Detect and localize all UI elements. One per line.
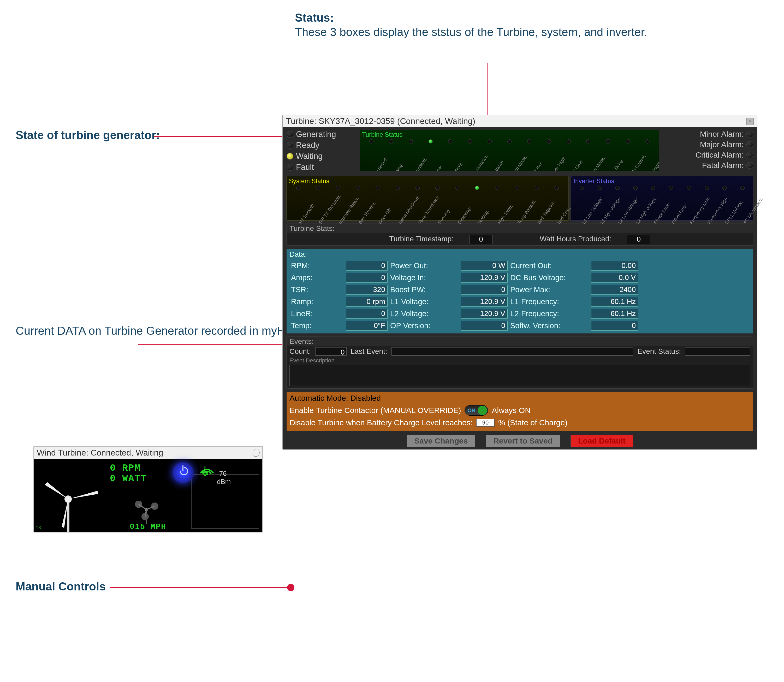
status-led	[626, 139, 630, 143]
toggle-knob	[477, 406, 487, 415]
auto-title-state: Disabled	[350, 394, 381, 402]
data-value: 120.9 V	[461, 296, 508, 307]
status-led	[741, 186, 745, 190]
data-label: OP Version:	[390, 322, 458, 330]
auto-title-label: Automatic Mode:	[289, 394, 348, 402]
status-led	[475, 186, 479, 190]
data-value: 120.9 V	[461, 272, 508, 282]
save-button[interactable]: Save Changes	[407, 435, 475, 447]
led-ready	[287, 142, 293, 149]
data-value: 0	[346, 261, 388, 271]
annot-status-title: Status:	[295, 11, 334, 24]
turbine-icon	[37, 469, 102, 532]
status-led	[369, 139, 374, 143]
status-led	[296, 186, 300, 190]
led-alarm-fatal	[746, 162, 753, 169]
data-label: Boost PW:	[390, 285, 458, 294]
data-label: TSR:	[291, 285, 343, 294]
turbine-status-panel: Turbine Status Low Speed:Braking:Overspe…	[360, 130, 659, 171]
gear-icon[interactable]	[252, 449, 260, 457]
status-led	[396, 186, 400, 190]
data-panel: Data: RPM:0Power Out:0 WCurrent Out:0.00…	[287, 249, 753, 333]
events-title: Events:	[287, 337, 753, 346]
status-led	[580, 186, 584, 190]
status-led	[527, 139, 532, 143]
timestamp-value: 0	[469, 235, 493, 244]
alarm-major-label: Major Alarm:	[700, 140, 744, 149]
power-icon[interactable]	[172, 462, 193, 483]
status-led	[487, 139, 492, 143]
status-led	[651, 186, 655, 190]
data-value: 0	[346, 272, 388, 282]
events-status-value	[685, 347, 750, 355]
mini-corner: 18	[36, 525, 41, 531]
status-led	[409, 139, 413, 143]
watthours-value: 0	[627, 235, 650, 244]
data-value: 0	[591, 321, 638, 331]
led-alarm-critical	[746, 151, 753, 158]
led-alarm-minor	[746, 131, 753, 137]
data-title: Data:	[287, 249, 753, 260]
data-label: Power Out:	[390, 261, 458, 270]
status-led	[598, 186, 602, 190]
status-led	[567, 139, 571, 143]
data-label: RPM:	[291, 261, 343, 270]
status-led	[547, 139, 551, 143]
toggle-on-label: ON	[468, 408, 475, 414]
watthours-label: Watt Hours Produced:	[540, 235, 611, 244]
events-panel: Events: Count: 0 Last Event: Event Statu…	[287, 336, 753, 389]
data-value: 0.0 V	[591, 272, 638, 282]
data-label: L1-Voltage:	[390, 298, 458, 306]
data-value: 120.9 V	[461, 309, 508, 319]
data-value: 2400	[591, 285, 638, 295]
revert-button[interactable]: Revert to Saved	[486, 435, 560, 447]
led-generating	[287, 131, 293, 138]
alarm-minor-label: Minor Alarm:	[700, 130, 744, 139]
status-led	[555, 186, 559, 190]
status-led	[515, 186, 519, 190]
data-value: 0 W	[461, 261, 508, 271]
state-column: Generating Ready Waiting Fault	[287, 130, 357, 174]
state-fault: Fault	[296, 163, 314, 172]
data-label: Ramp:	[291, 298, 343, 306]
data-value: 0 rpm	[346, 296, 388, 307]
contactor-toggle[interactable]: ON	[465, 405, 488, 416]
led-waiting	[287, 153, 293, 160]
events-status-label: Event Status:	[637, 347, 681, 355]
led-alarm-major	[746, 141, 753, 148]
status-led	[356, 186, 360, 190]
turbine-status-title: Turbine Status	[360, 130, 659, 139]
timestamp-label: Turbine Timestamp:	[390, 235, 453, 244]
auto-enable-label: Enable Turbine Contactor (MANUAL OVERRID…	[289, 406, 461, 415]
status-led	[336, 186, 340, 190]
data-label: L1-Frequency:	[510, 298, 589, 306]
events-desc-label: Event Description	[287, 357, 753, 365]
data-label: Current Out:	[510, 261, 589, 270]
load-default-button[interactable]: Load Default	[570, 435, 633, 447]
anemometer-icon	[131, 495, 162, 524]
data-value: 0°F	[346, 321, 388, 331]
svg-point-2	[206, 473, 208, 475]
status-led	[535, 186, 539, 190]
data-label: L2-Voltage:	[390, 309, 458, 318]
events-last-label: Last Event:	[351, 347, 387, 355]
data-value: 60.1 Hz	[591, 309, 638, 319]
system-status-title: System Status	[287, 176, 568, 186]
alarm-fatal-label: Fatal Alarm:	[702, 161, 744, 170]
status-led	[376, 186, 380, 190]
mini-rpm: 0 RPM	[110, 463, 141, 473]
data-label: Temp:	[291, 322, 343, 330]
status-led	[722, 186, 727, 190]
data-label: LineR:	[291, 309, 343, 318]
data-label: Amps:	[291, 273, 343, 282]
state-waiting: Waiting	[296, 151, 323, 161]
data-value: 320	[346, 285, 388, 295]
data-label: Softw. Version:	[510, 322, 589, 330]
close-icon[interactable]: ×	[746, 118, 754, 125]
status-led	[468, 139, 472, 143]
state-generating: Generating	[296, 130, 336, 139]
battery-pct-input[interactable]	[476, 419, 495, 427]
inverter-status-panel: Inverter Status L1 Low Voltage:L1 High V…	[571, 176, 753, 220]
annot-data-label: Current DATA on Turbine Generator record…	[16, 323, 297, 338]
status-led	[316, 186, 320, 190]
